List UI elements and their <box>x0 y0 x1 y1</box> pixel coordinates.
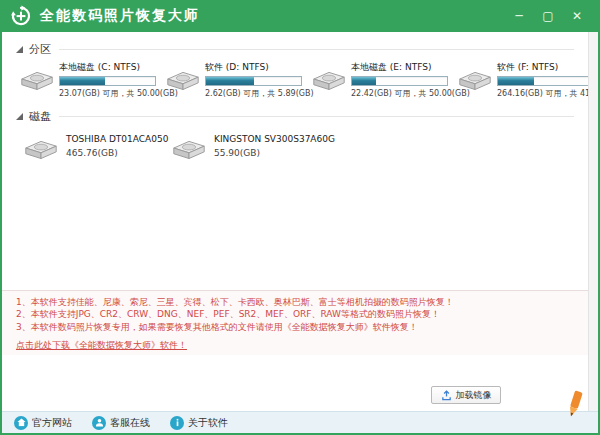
app-title: 全能数码照片恢复大师 <box>40 7 200 25</box>
disks-row: TOSHIBA DT01ACA050 465.76(GB) KINGSTON S… <box>22 130 598 162</box>
disk-info: KINGSTON SV300S37A60G 55.90(GB) <box>214 134 335 158</box>
partitions-section-label: 分区 <box>29 42 51 57</box>
vertical-scrollbar[interactable] <box>588 32 598 411</box>
collapse-triangle-icon[interactable] <box>16 113 23 120</box>
partition-capacity: 23.07(GB) 可用，共 50.00(GB) <box>59 88 178 99</box>
hard-drive-icon <box>18 67 56 93</box>
collapse-triangle-icon[interactable] <box>16 46 23 53</box>
hard-drive-icon <box>310 67 348 93</box>
usage-bar-fill <box>206 77 254 85</box>
window-controls: ─ ▢ ✕ <box>512 10 590 22</box>
usage-bar <box>59 76 156 86</box>
maximize-button[interactable]: ▢ <box>541 10 555 22</box>
disk-name: KINGSTON SV300S37A60G <box>214 134 335 144</box>
app-logo-icon <box>10 5 32 27</box>
partition-name: 软件 (F: NTFS) <box>497 61 598 74</box>
close-button[interactable]: ✕ <box>570 10 584 22</box>
disk-item-kingston[interactable]: KINGSTON SV300S37A60G 55.90(GB) <box>170 130 318 162</box>
partition-info: 本地磁盘 (E: NTFS) 22.42(GB) 可用，共 50.00(GB) <box>351 61 470 99</box>
section-divider <box>59 49 574 50</box>
partitions-section-header[interactable]: 分区 <box>16 42 574 57</box>
action-row: 加载镜像 <box>2 381 589 411</box>
home-icon <box>14 416 28 430</box>
about-software-link[interactable]: 关于软件 <box>170 416 228 430</box>
main-panel: 分区 本地磁盘 (C: NTFS) 23.07(GB) 可用，共 50.00(G… <box>2 32 598 411</box>
partition-name: 软件 (D: NTFS) <box>205 61 314 74</box>
download-link[interactable]: 点击此处下载《全能数据恢复大师》软件！ <box>16 339 187 352</box>
person-icon <box>92 416 106 430</box>
partition-item-f[interactable]: 软件 (F: NTFS) 264.16(GB) 可用，共 415.76(GB) <box>456 61 598 99</box>
disks-section-header[interactable]: 磁盘 <box>16 109 574 124</box>
load-image-label: 加载镜像 <box>456 389 492 402</box>
customer-service-label: 客服在线 <box>110 416 150 430</box>
disk-name: TOSHIBA DT01ACA050 <box>66 134 168 144</box>
partitions-row: 本地磁盘 (C: NTFS) 23.07(GB) 可用，共 50.00(GB) … <box>18 61 598 99</box>
partition-capacity: 2.62(GB) 可用，共 5.89(GB) <box>205 88 314 99</box>
disks-section-label: 磁盘 <box>29 109 51 124</box>
notice-panel: 1、本软件支持佳能、尼康、索尼、三星、宾得、松下、卡西欧、奥林巴斯、富士等相机拍… <box>2 290 589 356</box>
notice-line-1: 1、本软件支持佳能、尼康、索尼、三星、宾得、松下、卡西欧、奥林巴斯、富士等相机拍… <box>16 296 589 309</box>
partition-capacity: 22.42(GB) 可用，共 50.00(GB) <box>351 88 470 99</box>
usage-bar-fill <box>352 77 376 85</box>
section-divider <box>59 116 574 117</box>
notice-line-2: 2、本软件支持JPG、CR2、CRW、DNG、NEF、PEF、SR2、MEF、O… <box>16 308 589 321</box>
partition-item-e[interactable]: 本地磁盘 (E: NTFS) 22.42(GB) 可用，共 50.00(GB) <box>310 61 456 99</box>
usage-bar-fill <box>60 77 105 85</box>
load-image-button[interactable]: 加载镜像 <box>431 386 501 404</box>
disk-capacity: 465.76(GB) <box>66 148 168 158</box>
partition-info: 软件 (F: NTFS) 264.16(GB) 可用，共 415.76(GB) <box>497 61 598 99</box>
partition-name: 本地磁盘 (E: NTFS) <box>351 61 470 74</box>
partition-name: 本地磁盘 (C: NTFS) <box>59 61 178 74</box>
official-website-label: 官方网站 <box>32 416 72 430</box>
partition-item-d[interactable]: 软件 (D: NTFS) 2.62(GB) 可用，共 5.89(GB) <box>164 61 310 99</box>
partition-info: 软件 (D: NTFS) 2.62(GB) 可用，共 5.89(GB) <box>205 61 314 99</box>
disk-info: TOSHIBA DT01ACA050 465.76(GB) <box>66 134 168 158</box>
info-icon <box>170 416 184 430</box>
about-software-label: 关于软件 <box>188 416 228 430</box>
disk-capacity: 55.90(GB) <box>214 148 335 158</box>
hard-drive-icon <box>170 136 208 162</box>
hard-drive-icon <box>22 136 60 162</box>
title-bar: 全能数码照片恢复大师 ─ ▢ ✕ <box>0 0 600 32</box>
partition-capacity: 264.16(GB) 可用，共 415.76(GB) <box>497 88 598 99</box>
minimize-button[interactable]: ─ <box>512 10 526 22</box>
status-bar: 官方网站 客服在线 关于软件 <box>2 411 598 433</box>
notice-line-3: 3、本软件数码照片恢复专用，如果需要恢复其他格式的文件请使用《全能数据恢复大师》… <box>16 321 589 334</box>
disk-item-toshiba[interactable]: TOSHIBA DT01ACA050 465.76(GB) <box>22 130 170 162</box>
hard-drive-icon <box>456 67 494 93</box>
customer-service-link[interactable]: 客服在线 <box>92 416 150 430</box>
usage-bar <box>497 76 594 86</box>
partition-info: 本地磁盘 (C: NTFS) 23.07(GB) 可用，共 50.00(GB) <box>59 61 178 99</box>
app-window: 全能数码照片恢复大师 ─ ▢ ✕ 分区 本地磁盘 (C: NTFS) 23.07… <box>0 0 600 435</box>
usage-bar <box>205 76 302 86</box>
usage-bar-fill <box>498 77 534 85</box>
usage-bar <box>351 76 448 86</box>
hard-drive-icon <box>164 67 202 93</box>
official-website-link[interactable]: 官方网站 <box>14 416 72 430</box>
load-image-icon <box>441 390 452 401</box>
partition-item-c[interactable]: 本地磁盘 (C: NTFS) 23.07(GB) 可用，共 50.00(GB) <box>18 61 164 99</box>
